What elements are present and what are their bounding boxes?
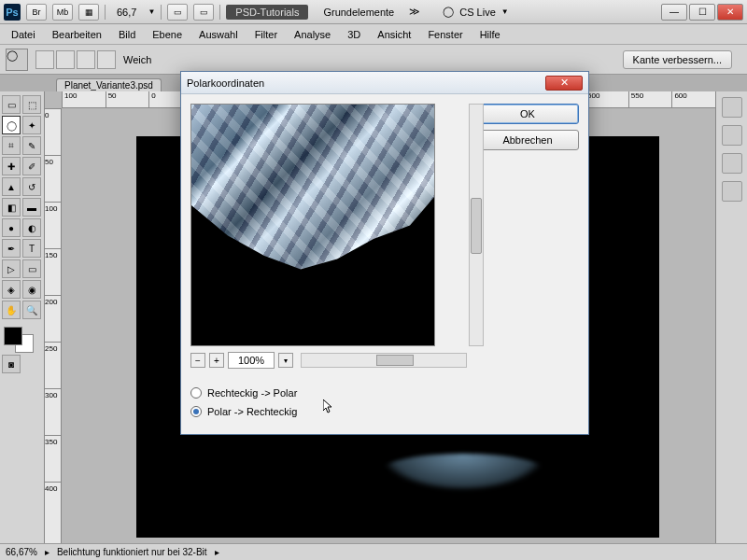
menu-filter[interactable]: Filter — [247, 27, 285, 42]
shape-tool-icon[interactable]: ▭ — [22, 259, 41, 278]
color-panel-icon[interactable] — [722, 97, 742, 118]
eraser-tool-icon[interactable]: ◧ — [2, 198, 21, 217]
brush-tool-icon[interactable]: ✐ — [22, 157, 41, 175]
menu-datei[interactable]: Datei — [4, 27, 43, 42]
feather-label: Weich — [123, 54, 151, 65]
polar-coordinates-dialog: Polarkoordinaten ✕ − + 100% ▾ Rechteckig — [180, 71, 589, 435]
ok-button[interactable]: OK — [476, 104, 579, 124]
crop-tool-icon[interactable]: ⌗ — [2, 136, 21, 155]
cslive-label[interactable]: CS Live — [459, 7, 496, 18]
titlebar-zoom[interactable]: 66,7 — [111, 7, 142, 18]
marquee-tool-icon[interactable]: ⬚ — [22, 95, 41, 114]
blur-tool-icon[interactable]: ● — [2, 218, 21, 237]
status-arrow-icon[interactable]: ▸ — [45, 547, 49, 557]
selection-new-icon[interactable] — [35, 50, 54, 69]
layers-panel-icon[interactable] — [722, 181, 742, 202]
color-swatches[interactable] — [2, 325, 42, 353]
tool-preset-picker[interactable]: ◯ — [6, 49, 28, 71]
menubar: Datei Bearbeiten Bild Ebene Auswahl Filt… — [0, 24, 747, 45]
zoom-dropdown-icon[interactable]: ▾ — [278, 353, 293, 368]
camera-tool-icon[interactable]: ◉ — [22, 280, 41, 299]
right-panel-dock — [715, 91, 747, 543]
minimize-button[interactable]: — — [661, 4, 687, 21]
option-rect-to-polar[interactable]: Rechteckig -> Polar — [190, 387, 467, 399]
filter-preview[interactable] — [190, 104, 435, 346]
menu-bearbeiten[interactable]: Bearbeiten — [45, 27, 109, 42]
dodge-tool-icon[interactable]: ◐ — [22, 218, 41, 237]
radio-unchecked-icon[interactable] — [190, 387, 202, 399]
photoshop-icon[interactable]: Ps — [4, 4, 21, 21]
cancel-button[interactable]: Abbrechen — [476, 130, 579, 150]
menu-3d[interactable]: 3D — [340, 27, 368, 42]
app-titlebar: Ps Br Mb ▦ 66,7 ▼ ▭ ▭ PSD-Tutorials Grun… — [0, 0, 747, 24]
selection-subtract-icon[interactable] — [77, 50, 95, 69]
preview-zoom-value[interactable]: 100% — [228, 352, 275, 369]
preview-scrollbar-horizontal[interactable] — [301, 353, 467, 368]
move-tool-icon[interactable]: ▭ — [2, 95, 21, 114]
option-polar-to-rect[interactable]: Polar -> Rechteckig — [190, 406, 467, 417]
radio-checked-icon[interactable] — [190, 406, 202, 417]
3d-tool-icon[interactable]: ◈ — [2, 280, 21, 299]
ruler-vertical: 050100150200250300350400 — [45, 108, 62, 543]
dialog-title: Polarkoordinaten — [187, 77, 545, 89]
foreground-color-swatch[interactable] — [4, 327, 22, 345]
lasso-tool-icon[interactable]: ◯ — [2, 116, 21, 134]
zoom-dropdown-icon[interactable]: ▼ — [148, 7, 155, 16]
status-zoom[interactable]: 66,67% — [6, 547, 37, 557]
swatches-panel-icon[interactable] — [722, 125, 742, 146]
eyedropper-tool-icon[interactable]: ✎ — [22, 136, 41, 155]
minibridge-icon[interactable]: Mb — [52, 4, 73, 21]
type-tool-icon[interactable]: T — [22, 239, 41, 258]
status-bar: 66,67% ▸ Belichtung funktioniert nur bei… — [0, 543, 747, 560]
refine-edge-button[interactable]: Kante verbessern... — [623, 50, 732, 69]
bridge-icon[interactable]: Br — [26, 4, 47, 21]
dialog-titlebar[interactable]: Polarkoordinaten ✕ — [181, 72, 588, 94]
status-arrow2-icon[interactable]: ▸ — [215, 547, 219, 557]
close-button[interactable]: ✕ — [717, 4, 743, 21]
toolbox: ▭⬚ ◯✦ ⌗✎ ✚✐ ▲↺ ◧▬ ●◐ ✒T ▷▭ ◈◉ ✋🔍 ◙ — [0, 91, 45, 543]
status-info: Belichtung funktioniert nur bei 32-Bit — [57, 547, 207, 557]
selection-add-icon[interactable] — [56, 50, 75, 69]
menu-hilfe[interactable]: Hilfe — [472, 27, 508, 42]
menu-analyse[interactable]: Analyse — [287, 27, 338, 42]
screen-mode-icon[interactable]: ▭ — [193, 4, 214, 21]
workspace-grundelemente[interactable]: Grundelemente — [314, 5, 403, 20]
cslive-icon[interactable]: ◯ — [443, 6, 454, 18]
menu-auswahl[interactable]: Auswahl — [191, 27, 246, 42]
maximize-button[interactable]: ☐ — [689, 4, 715, 21]
document-tab[interactable]: Planet_Variante3.psd — [56, 78, 162, 91]
arrange-icon[interactable]: ▦ — [78, 4, 99, 21]
cslive-dropdown-icon[interactable]: ▼ — [501, 7, 509, 16]
patch-tool-icon[interactable]: ✚ — [2, 157, 21, 175]
view-extras-icon[interactable]: ▭ — [167, 4, 188, 21]
preview-image — [191, 105, 434, 273]
zoom-in-button[interactable]: + — [209, 353, 224, 368]
zoom-tool-icon[interactable]: 🔍 — [22, 301, 41, 319]
hand-tool-icon[interactable]: ✋ — [2, 301, 21, 319]
workspace-more-icon[interactable]: ≫ — [409, 6, 420, 18]
gradient-tool-icon[interactable]: ▬ — [22, 198, 41, 217]
dialog-close-button[interactable]: ✕ — [545, 76, 583, 91]
planet-image — [379, 454, 547, 491]
menu-bild[interactable]: Bild — [111, 27, 143, 42]
zoom-out-button[interactable]: − — [190, 353, 205, 368]
path-select-icon[interactable]: ▷ — [2, 259, 21, 278]
pen-tool-icon[interactable]: ✒ — [2, 239, 21, 258]
selection-intersect-icon[interactable] — [97, 50, 116, 69]
menu-ebene[interactable]: Ebene — [145, 27, 190, 42]
menu-ansicht[interactable]: Ansicht — [370, 27, 418, 42]
history-brush-icon[interactable]: ↺ — [22, 177, 41, 196]
wand-tool-icon[interactable]: ✦ — [22, 116, 41, 134]
preview-scrollbar-vertical[interactable] — [469, 104, 484, 346]
quickmask-icon[interactable]: ◙ — [2, 355, 21, 373]
menu-fenster[interactable]: Fenster — [420, 27, 470, 42]
adjustments-panel-icon[interactable] — [722, 153, 742, 174]
stamp-tool-icon[interactable]: ▲ — [2, 177, 21, 196]
workspace-psdtutorials[interactable]: PSD-Tutorials — [226, 5, 308, 20]
